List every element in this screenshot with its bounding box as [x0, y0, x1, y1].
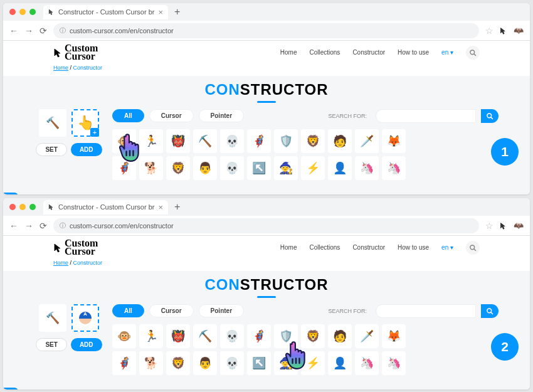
address-bar[interactable]: ⓘ custom-cursor.com/en/constructor: [53, 218, 479, 233]
cursor-cell[interactable]: 👹: [166, 129, 190, 153]
cursor-cell[interactable]: 🐵: [112, 324, 136, 348]
reload-button[interactable]: ⟳: [40, 26, 47, 36]
extension-cursor-icon[interactable]: [500, 222, 507, 230]
add-button[interactable]: ADD: [71, 143, 102, 156]
filter-cursor[interactable]: Cursor: [149, 109, 194, 122]
cursor-cell[interactable]: 💀: [220, 129, 244, 153]
filter-pointer[interactable]: Pointer: [199, 304, 244, 317]
accessibility-button[interactable]: ♿: [3, 193, 18, 194]
window-controls[interactable]: [9, 9, 36, 15]
set-button[interactable]: SET: [36, 143, 66, 156]
cursor-cell[interactable]: ↖️: [247, 156, 271, 180]
browser-tab[interactable]: Constructor - Custom Cursor br ×: [43, 5, 168, 19]
cursor-cell[interactable]: 🛡️: [274, 129, 298, 153]
cursor-cell[interactable]: 👨: [193, 351, 217, 375]
cursor-cell[interactable]: 💀: [220, 324, 244, 348]
cursor-cell[interactable]: 🦊: [382, 129, 406, 153]
cursor-cell[interactable]: 🦁: [166, 351, 190, 375]
nav-constructor[interactable]: Constructor: [352, 244, 385, 251]
extension-cursor-icon[interactable]: [500, 27, 507, 34]
breadcrumb-home[interactable]: Home: [53, 260, 68, 266]
extension-batman-icon[interactable]: 🦇: [514, 26, 524, 35]
cursor-cell[interactable]: 🧑: [328, 129, 352, 153]
cursor-cell[interactable]: 👹: [166, 324, 190, 348]
cursor-cell[interactable]: ⛏️: [193, 324, 217, 348]
cursor-slot[interactable]: 🔨: [39, 109, 66, 137]
extension-batman-icon[interactable]: 🦇: [514, 221, 524, 230]
cursor-cell[interactable]: 🧑: [328, 324, 352, 348]
minimize-window-icon[interactable]: [19, 204, 26, 210]
pointer-slot-empty[interactable]: 👆 +: [71, 109, 99, 137]
filter-cursor[interactable]: Cursor: [149, 304, 194, 317]
filter-pointer[interactable]: Pointer: [199, 109, 244, 122]
add-button[interactable]: ADD: [71, 338, 102, 351]
minimize-window-icon[interactable]: [19, 9, 26, 15]
language-selector[interactable]: en ▾: [441, 49, 453, 56]
logo[interactable]: Custom Cursor: [53, 240, 98, 256]
nav-home[interactable]: Home: [280, 244, 297, 251]
cursor-cell[interactable]: 🦁: [166, 156, 190, 180]
close-window-icon[interactable]: [9, 9, 16, 15]
back-button[interactable]: ←: [9, 26, 18, 36]
maximize-window-icon[interactable]: [29, 9, 36, 15]
cursor-cell[interactable]: 👤: [328, 351, 352, 375]
search-input[interactable]: [376, 109, 476, 123]
bookmark-icon[interactable]: ☆: [485, 26, 493, 36]
accessibility-button[interactable]: ♿: [3, 388, 18, 389]
cursor-cell[interactable]: ↖️: [247, 351, 271, 375]
reload-button[interactable]: ⟳: [40, 221, 47, 231]
cursor-cell[interactable]: 🦁: [301, 129, 325, 153]
cursor-cell[interactable]: 👤: [328, 156, 352, 180]
cursor-cell[interactable]: 🦄: [382, 156, 406, 180]
cursor-cell[interactable]: 🏃: [139, 324, 163, 348]
new-tab-button[interactable]: +: [168, 201, 186, 213]
cursor-cell[interactable]: 🦄: [382, 351, 406, 375]
logo[interactable]: Custom Cursor: [53, 45, 98, 61]
window-controls[interactable]: [9, 204, 36, 210]
nav-collections[interactable]: Collections: [309, 244, 340, 251]
search-button[interactable]: [481, 109, 499, 123]
header-search-button[interactable]: [466, 46, 480, 60]
pointer-slot-filled[interactable]: [71, 304, 99, 332]
cursor-cell[interactable]: 💀: [220, 156, 244, 180]
cursor-cell[interactable]: 🗡️: [355, 129, 379, 153]
cursor-cell[interactable]: ⛏️: [193, 129, 217, 153]
set-button[interactable]: SET: [36, 338, 66, 351]
cursor-cell[interactable]: 🦸: [247, 129, 271, 153]
cursor-cell[interactable]: 🗡️: [355, 324, 379, 348]
nav-constructor[interactable]: Constructor: [352, 49, 385, 56]
browser-tab[interactable]: Constructor - Custom Cursor br ×: [43, 200, 168, 215]
cursor-cell[interactable]: 🦄: [355, 351, 379, 375]
nav-howto[interactable]: How to use: [398, 244, 429, 251]
close-tab-icon[interactable]: ×: [158, 8, 163, 17]
language-selector[interactable]: en ▾: [441, 244, 453, 251]
forward-button[interactable]: →: [24, 221, 33, 231]
cursor-cell[interactable]: 🧙: [274, 156, 298, 180]
nav-collections[interactable]: Collections: [309, 49, 340, 56]
filter-all[interactable]: All: [112, 109, 144, 122]
maximize-window-icon[interactable]: [29, 204, 36, 210]
nav-howto[interactable]: How to use: [398, 49, 429, 56]
breadcrumb-home[interactable]: Home: [53, 65, 68, 71]
header-search-button[interactable]: [466, 241, 480, 255]
close-window-icon[interactable]: [9, 204, 16, 210]
search-button[interactable]: [481, 304, 499, 318]
cursor-cell[interactable]: 🦊: [382, 324, 406, 348]
new-tab-button[interactable]: +: [168, 6, 186, 18]
cursor-cell[interactable]: ⚡: [301, 156, 325, 180]
forward-button[interactable]: →: [24, 26, 33, 36]
search-input[interactable]: [376, 304, 476, 318]
address-bar[interactable]: ⓘ custom-cursor.com/en/constructor: [53, 23, 479, 38]
nav-home[interactable]: Home: [280, 49, 297, 56]
cursor-slot[interactable]: 🔨: [39, 304, 66, 332]
back-button[interactable]: ←: [9, 221, 18, 231]
cursor-cell[interactable]: 🦸: [247, 324, 271, 348]
close-tab-icon[interactable]: ×: [158, 203, 163, 212]
bookmark-icon[interactable]: ☆: [485, 221, 493, 231]
cursor-cell[interactable]: 💀: [220, 351, 244, 375]
cursor-cell[interactable]: 🐕: [139, 351, 163, 375]
cursor-cell[interactable]: 👨: [193, 156, 217, 180]
cursor-cell[interactable]: 🦸: [112, 351, 136, 375]
cursor-cell[interactable]: 🦄: [355, 156, 379, 180]
filter-all[interactable]: All: [112, 304, 144, 317]
